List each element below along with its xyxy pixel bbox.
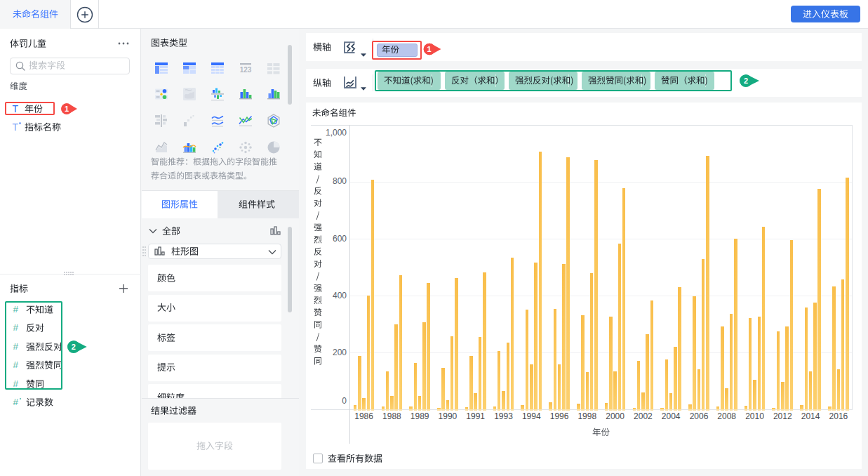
svg-text:123: 123 (240, 66, 252, 74)
